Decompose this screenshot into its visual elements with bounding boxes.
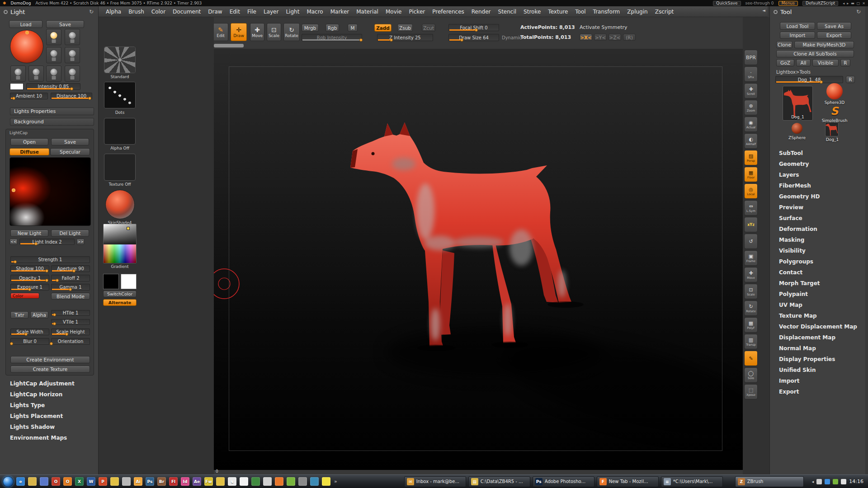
light-bulb-3[interactable]	[46, 47, 61, 63]
canvas-control-button[interactable]: ⊕ Zoom	[744, 100, 758, 115]
quick-launch-icon[interactable]: Id	[181, 477, 189, 486]
light-bulb-8[interactable]	[65, 66, 80, 82]
canvas-control-button[interactable]: ▨ Persp	[744, 150, 758, 165]
m-button[interactable]: M	[348, 24, 358, 32]
light-color-sphere[interactable]	[10, 30, 43, 63]
tool-section[interactable]: Polygroups	[774, 257, 862, 267]
taskbar-task[interactable]: Ps Adobe Photosho...	[533, 476, 594, 487]
menu-item[interactable]: Layer	[260, 9, 282, 15]
rgb-intensity-slider[interactable]: Rgb Intensity	[302, 34, 362, 41]
light-index-slider[interactable]: Light Index 2	[19, 239, 75, 245]
tool-section[interactable]: Polypaint	[774, 289, 862, 299]
quick-launch-icon[interactable]	[240, 477, 248, 486]
taskbar-task[interactable]: F New Tab - Mozil...	[597, 476, 659, 487]
taskbar-task[interactable]: Z ZBrush	[735, 476, 804, 487]
tool-section[interactable]: Vector Displacement Map	[774, 322, 862, 332]
toolbar-overflow-chevron[interactable]: »	[333, 479, 338, 484]
tool-section[interactable]: Texture Map	[774, 311, 862, 321]
tool-section[interactable]: SubTool	[774, 148, 862, 158]
volume-icon[interactable]	[833, 479, 838, 484]
canvas-control-button[interactable]: ◐ AAHalf	[744, 133, 758, 149]
quick-launch-icon[interactable]: O	[63, 477, 72, 486]
goz-button[interactable]: GoZ	[776, 59, 794, 66]
menu-item[interactable]: Zplugin	[623, 9, 651, 15]
specular-tab[interactable]: Specular	[50, 148, 90, 155]
menus-button[interactable]: Menus	[778, 1, 798, 6]
quick-launch-icon[interactable]	[122, 477, 131, 486]
light-color-swatch[interactable]	[10, 83, 24, 90]
close-icon[interactable]: ✕	[862, 1, 865, 5]
create-environment-button[interactable]: Create Environment	[10, 356, 90, 363]
canvas-control-button[interactable]: ◯ Solo	[744, 367, 758, 383]
texture-selector[interactable]	[104, 154, 136, 181]
refresh-icon[interactable]: ↻	[856, 9, 861, 15]
tool-section[interactable]: Unified Skin	[774, 365, 862, 375]
opacity-slider[interactable]: Opacity 1	[10, 275, 49, 282]
quick-launch-icon[interactable]	[251, 477, 260, 486]
scale-button[interactable]: ⊡Scale	[267, 23, 281, 41]
tool-section[interactable]: Export	[774, 387, 862, 397]
tool-section[interactable]: Morph Target	[774, 278, 862, 288]
taskbar-task[interactable]: ✉ Inbox - mark@be...	[404, 476, 466, 487]
material-selector[interactable]	[105, 190, 135, 219]
ambient-slider[interactable]: Ambient 10	[10, 93, 48, 99]
activate-symmetry-button[interactable]: Activate Symmetry	[580, 24, 627, 30]
default-zscript-button[interactable]: DefaultZScript	[802, 1, 838, 6]
canvas-control-button[interactable]: ⇔ L.Sym	[744, 200, 758, 216]
scale-height-slider[interactable]: Scale Height	[51, 328, 90, 335]
blend-mode-button[interactable]: Blend Mode	[51, 293, 90, 300]
quick-launch-icon[interactable]: P	[99, 477, 107, 486]
strength-slider[interactable]: Strength 1	[10, 256, 90, 263]
tool-section[interactable]: Masking	[774, 235, 862, 245]
tool-section[interactable]: Preview	[774, 202, 862, 212]
mrgb-button[interactable]: Mrgb	[302, 24, 319, 32]
quicksave-button[interactable]: QuickSave	[713, 1, 741, 6]
light-section[interactable]: Lights Shadow	[5, 422, 95, 432]
lightbox-tools-label[interactable]: Lightbox>Tools	[776, 70, 811, 75]
quick-launch-icon[interactable]: e	[16, 477, 25, 486]
sphere3d-tool-thumbnail[interactable]	[826, 83, 843, 99]
menu-item[interactable]: Edit	[226, 9, 244, 15]
falloff-slider[interactable]: Falloff 2	[51, 275, 90, 282]
quick-launch-icon[interactable]: Ps	[146, 477, 154, 486]
make-polymesh3d-button[interactable]: Make PolyMesh3D	[794, 41, 854, 48]
menu-item[interactable]: Zscript	[651, 9, 678, 15]
canvas-control-button[interactable]: ↻ Rotate	[744, 300, 758, 316]
htile-slider[interactable]: HTile 1	[51, 310, 90, 316]
divider-arrow-icon[interactable]: ◄	[762, 8, 765, 13]
quick-launch-icon[interactable]: Ae	[193, 477, 201, 486]
menu-item[interactable]: Tool	[571, 9, 589, 15]
distance-slider[interactable]: Distance 100	[51, 93, 92, 99]
create-texture-button[interactable]: Create Texture	[10, 366, 90, 373]
minimize-icon[interactable]: ▬	[851, 1, 854, 5]
quick-launch-icon[interactable]	[28, 477, 37, 486]
tool-section[interactable]: Geometry	[774, 159, 862, 169]
pin-icon[interactable]	[4, 10, 8, 14]
tool-section[interactable]: Layers	[774, 170, 862, 180]
menu-item[interactable]: Brush	[125, 9, 148, 15]
canvas-control-button[interactable]: xYz	[744, 217, 758, 232]
refresh-icon[interactable]: ↻	[89, 9, 94, 15]
menu-item[interactable]: Texture	[544, 9, 571, 15]
simplebrush-tool-thumbnail[interactable]: S	[830, 105, 838, 117]
canvas-control-button[interactable]: ✚ Scroll	[744, 83, 758, 99]
quick-launch-icon[interactable]: W	[87, 477, 95, 486]
canvas-control-button[interactable]: ◉ Actual	[744, 117, 758, 132]
quick-launch-icon[interactable]	[275, 477, 283, 486]
hue-area[interactable]	[104, 244, 136, 263]
light-section[interactable]: Lights Placement	[5, 411, 95, 421]
canvas-control-button[interactable]: ▣ Frame	[744, 250, 758, 266]
menu-item[interactable]: Draw	[204, 9, 226, 15]
alpha-button[interactable]: Alpha	[30, 311, 48, 319]
light-section[interactable]: Environment Maps	[5, 433, 95, 443]
export-button[interactable]: Export	[817, 32, 851, 39]
tray-app-icon-2[interactable]	[825, 479, 830, 484]
pin-icon[interactable]	[774, 10, 778, 14]
menu-item[interactable]: Document	[169, 9, 204, 15]
menu-item[interactable]: Preferences	[429, 9, 468, 15]
tool-section[interactable]: FiberMesh	[774, 181, 862, 191]
see-through-slider[interactable]: see-through 0	[745, 1, 774, 5]
rotate-button[interactable]: ↻Rotate	[283, 23, 300, 41]
canvas-control-button[interactable]: · SPix	[744, 66, 758, 82]
menu-item[interactable]: Stroke	[520, 9, 544, 15]
